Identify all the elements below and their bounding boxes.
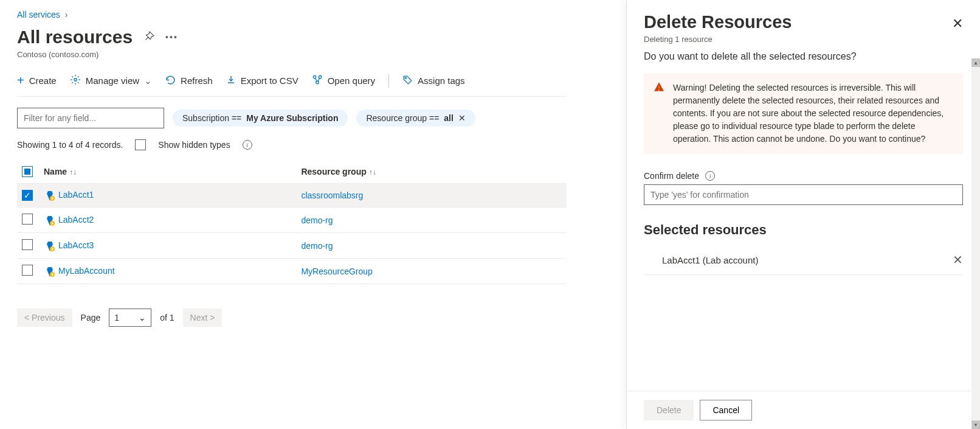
subscription-filter-label: Subscription == (182, 113, 241, 123)
resource-group-filter-pill[interactable]: Resource group == all ✕ (356, 110, 475, 127)
open-query-button[interactable]: Open query (312, 74, 375, 87)
sort-icon: ↑↓ (69, 168, 77, 176)
rg-filter-value: all (444, 113, 454, 123)
resource-group-link[interactable]: demo-rg (301, 241, 333, 251)
resources-table: Name ↑↓ Resource group ↑↓ ✓LabAcct1class… (17, 160, 567, 284)
refresh-icon (165, 75, 176, 87)
assign-tags-label: Assign tags (418, 75, 465, 86)
toolbar-separator (388, 74, 389, 88)
svg-point-0 (74, 78, 77, 82)
table-row[interactable]: LabAcct3demo-rg (17, 233, 567, 259)
confirm-input[interactable] (644, 184, 963, 205)
svg-point-3 (316, 81, 319, 84)
show-hidden-label: Show hidden types (158, 140, 230, 150)
selected-resource-name: LabAcct1 (Lab account) (662, 255, 758, 265)
close-panel-button[interactable]: ✕ (952, 12, 963, 32)
breadcrumb-link[interactable]: All services (17, 10, 60, 19)
lab-account-icon (44, 215, 55, 226)
show-hidden-checkbox[interactable] (135, 139, 146, 150)
subscription-filter-pill[interactable]: Subscription == My Azure Subscription (173, 110, 348, 127)
chevron-right-icon: › (65, 10, 68, 19)
manage-view-button[interactable]: Manage view ⌄ (70, 74, 152, 87)
refresh-label: Refresh (181, 75, 213, 86)
remove-selected-button[interactable]: ✕ (953, 253, 963, 267)
row-checkbox[interactable] (22, 214, 33, 225)
plus-icon: + (17, 74, 24, 88)
info-icon[interactable]: i (243, 140, 252, 150)
resource-link[interactable]: LabAcct1 (58, 190, 94, 200)
manage-view-label: Manage view (86, 75, 139, 86)
assign-tags-button[interactable]: Assign tags (402, 75, 465, 87)
sort-icon: ↑↓ (369, 168, 376, 176)
select-all-checkbox[interactable] (22, 166, 33, 177)
row-checkbox[interactable]: ✓ (22, 190, 33, 201)
gear-icon (70, 74, 81, 87)
chevron-down-icon: ⌄ (144, 75, 152, 86)
resource-link[interactable]: MyLabAccount (58, 266, 115, 276)
panel-question: Do you want to delete all the selected r… (644, 51, 963, 62)
pin-icon[interactable] (143, 31, 154, 44)
table-row[interactable]: ✓LabAcct1classroomlabsrg (17, 184, 567, 208)
warning-box: Warning! Deleting the selected resources… (644, 73, 963, 154)
info-icon[interactable]: i (705, 171, 715, 181)
page-number: 1 (114, 313, 119, 323)
lab-account-icon (44, 190, 55, 201)
resource-group-link[interactable]: MyResourceGroup (301, 267, 373, 276)
create-label: Create (29, 75, 57, 86)
page-label: Page (81, 313, 101, 323)
resource-link[interactable]: LabAcct3 (58, 240, 94, 250)
subscription-filter-value: My Azure Subscription (246, 113, 338, 123)
lab-account-icon (44, 266, 55, 277)
lab-account-icon (44, 240, 55, 251)
table-row[interactable]: MyLabAccountMyResourceGroup (17, 259, 567, 284)
svg-point-1 (313, 75, 316, 78)
column-header-resource-group[interactable]: Resource group ↑↓ (296, 160, 567, 184)
filter-input[interactable] (17, 108, 164, 128)
panel-subtitle: Deleting 1 resource (644, 35, 792, 44)
selected-resources-header: Selected resources (644, 222, 963, 238)
next-button[interactable]: Next > (183, 309, 223, 327)
chevron-down-icon: ⌄ (139, 313, 146, 323)
row-checkbox[interactable] (22, 265, 33, 276)
page-select[interactable]: 1 ⌄ (109, 309, 151, 327)
create-button[interactable]: + Create (17, 74, 57, 88)
svg-point-2 (319, 75, 322, 78)
breadcrumb: All services › (17, 10, 567, 19)
warning-text: Warning! Deleting the selected resources… (673, 82, 953, 145)
panel-title: Delete Resources (644, 12, 792, 32)
warning-icon (654, 82, 664, 145)
page-subtitle: Contoso (contoso.com) (17, 50, 567, 59)
scrollbar[interactable]: ▲ ▼ (971, 58, 980, 429)
prev-button[interactable]: < Previous (17, 309, 72, 327)
export-label: Export to CSV (241, 75, 298, 86)
table-row[interactable]: LabAcct2demo-rg (17, 208, 567, 233)
confirm-label: Confirm delete (644, 171, 699, 181)
resource-link[interactable]: LabAcct2 (58, 215, 94, 225)
refresh-button[interactable]: Refresh (165, 75, 213, 87)
page-title: All resources (17, 27, 133, 47)
resource-group-link[interactable]: demo-rg (301, 215, 333, 225)
pager: < Previous Page 1 ⌄ of 1 Next > (17, 309, 567, 327)
rg-filter-label: Resource group == (366, 113, 439, 123)
toolbar: + Create Manage view ⌄ Refresh Export to… (17, 70, 567, 97)
open-query-label: Open query (328, 75, 375, 86)
export-button[interactable]: Export to CSV (226, 75, 298, 86)
svg-point-4 (405, 77, 406, 78)
cancel-button[interactable]: Cancel (700, 400, 752, 420)
resource-group-link[interactable]: classroomlabsrg (301, 190, 363, 200)
close-icon[interactable]: ✕ (458, 113, 466, 123)
records-count: Showing 1 to 4 of 4 records. (17, 140, 123, 150)
tag-icon (402, 75, 413, 87)
download-icon (226, 75, 236, 86)
delete-button[interactable]: Delete (644, 400, 694, 420)
column-header-name[interactable]: Name ↑↓ (39, 160, 296, 184)
selected-resource-item: LabAcct1 (Lab account) ✕ (644, 246, 963, 275)
row-checkbox[interactable] (22, 239, 33, 250)
page-of: of 1 (160, 313, 174, 323)
delete-panel: Delete Resources Deleting 1 resource ✕ D… (626, 0, 980, 429)
query-icon (312, 74, 323, 87)
more-icon[interactable]: ••• (165, 32, 178, 42)
